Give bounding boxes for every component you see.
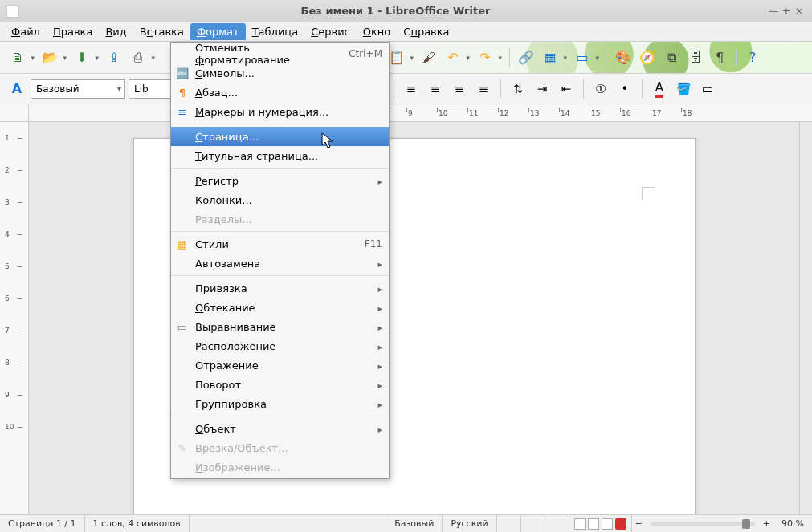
menu-сервис[interactable]: Сервис <box>304 23 357 40</box>
titlebar: Без имени 1 - LibreOffice Writer — + × <box>0 0 812 22</box>
font-color-button[interactable]: A <box>649 79 670 99</box>
menu-item-выравнивание[interactable]: ▭Выравнивание <box>171 317 389 336</box>
menu-item-маркеры-и-нумерация-[interactable]: ≡Маркеры и нумерация... <box>171 102 389 121</box>
menu-справка[interactable]: Справка <box>397 23 455 40</box>
status-page[interactable]: Страница 1 / 1 <box>0 515 85 532</box>
print-button[interactable]: ⎙ <box>127 47 149 69</box>
background-color-button[interactable]: 🪣 <box>673 79 694 99</box>
insert-table-button[interactable]: ▦ <box>539 47 561 69</box>
стили-icon: ▦ <box>174 238 190 250</box>
zoom-slider[interactable] <box>651 522 755 526</box>
separator <box>509 48 510 67</box>
status-wordcount[interactable]: 1 слов, 4 символов <box>85 515 190 532</box>
new-doc-button[interactable]: 🗎 <box>6 47 29 69</box>
menu-item-стили[interactable]: ▦СтилиF11 <box>171 234 389 254</box>
increase-indent-button[interactable]: ⇥ <box>532 79 553 99</box>
submenu-arrow-icon <box>377 359 382 372</box>
close-button[interactable]: × <box>793 5 806 17</box>
insert-row-button[interactable]: ▭ <box>571 47 594 69</box>
ruler-label: 15 <box>591 109 600 117</box>
status-language[interactable]: Русский <box>443 515 496 532</box>
hyperlink-button[interactable]: 🔗 <box>515 47 537 69</box>
decrease-indent-button[interactable]: ⇤ <box>556 79 577 99</box>
data-sources-button[interactable]: 🗄 <box>684 47 707 69</box>
vertical-scrollbar[interactable] <box>799 122 812 514</box>
numbering-button[interactable]: ① <box>590 79 611 99</box>
menu-файл[interactable]: Файл <box>5 23 47 40</box>
menu-item-расположение[interactable]: Расположение <box>171 336 389 355</box>
redo-button[interactable]: ↷ <box>474 47 496 69</box>
menu-item-отражение[interactable]: Отражение <box>171 355 389 375</box>
sidebar-button[interactable]: ⧉ <box>660 47 683 69</box>
status-selection-mode[interactable] <box>521 515 545 532</box>
zoom-in-button[interactable]: + <box>760 515 773 532</box>
document-canvas[interactable] <box>29 122 799 514</box>
menu-shortcut: Ctrl+M <box>349 48 382 59</box>
zoom-slider-thumb[interactable] <box>742 519 750 529</box>
work-area: 12345678910 <box>0 122 812 514</box>
undo-button[interactable]: ↶ <box>442 47 464 69</box>
menu-правка[interactable]: Правка <box>47 23 99 40</box>
menu-item-изображение-: Изображение... <box>171 457 389 477</box>
menu-item-label: Разделы... <box>195 213 382 225</box>
vruler-label: 10 <box>5 423 14 431</box>
menu-вставка[interactable]: Вставка <box>133 23 190 40</box>
align-center-button[interactable]: ≡ <box>425 79 446 99</box>
nonprinting-button[interactable]: ¶ <box>708 47 731 69</box>
menu-таблица[interactable]: Таблица <box>246 23 305 40</box>
menu-item-label: Маркеры и нумерация... <box>195 106 382 118</box>
menu-item-группировка[interactable]: Группировка <box>171 394 389 413</box>
export-pdf-button[interactable]: ⇪ <box>103 47 125 69</box>
view-single-page-button[interactable] <box>574 518 586 530</box>
zoom-value[interactable]: 90 % <box>773 515 812 532</box>
menu-вид[interactable]: Вид <box>99 23 133 40</box>
clone-format-button[interactable]: 🖌 <box>418 47 440 69</box>
apply-style-button[interactable]: A <box>6 79 27 99</box>
menu-item-титульная-страница-[interactable]: Титульная страница... <box>171 146 389 165</box>
status-signature[interactable] <box>545 515 569 532</box>
view-book-icon[interactable] <box>615 518 626 530</box>
help-button[interactable]: ? <box>741 47 764 69</box>
vruler-label: 7 <box>5 327 10 335</box>
bullets-button[interactable]: • <box>614 79 635 99</box>
separator <box>606 48 607 67</box>
status-style[interactable]: Базовый <box>386 515 443 532</box>
maximize-button[interactable]: + <box>780 5 793 17</box>
align-justify-button[interactable]: ≡ <box>473 79 494 99</box>
menu-item-label: Врезка/Объект... <box>195 442 382 454</box>
menu-item-label: Регистр <box>195 175 373 187</box>
navigator-button[interactable]: 🧭 <box>636 47 659 69</box>
menu-item-абзац-[interactable]: ¶Абзац... <box>171 83 389 102</box>
paragraph-style-combo[interactable]: Базовый <box>31 79 125 99</box>
line-spacing-button[interactable]: ⇅ <box>508 79 528 99</box>
statusbar: Страница 1 / 1 1 слов, 4 символов Базовы… <box>0 514 812 532</box>
zoom-out-button[interactable]: − <box>632 515 646 532</box>
menu-item-объект[interactable]: Объект <box>171 419 389 438</box>
menu-item-символы-[interactable]: 🔤Символы... <box>171 63 389 83</box>
align-right-button[interactable]: ≡ <box>449 79 470 99</box>
vertical-ruler[interactable]: 12345678910 <box>0 122 29 514</box>
menu-формат[interactable]: Формат <box>190 23 246 40</box>
menu-item-страница-[interactable]: Страница... <box>171 127 389 146</box>
char-border-button[interactable]: ▭ <box>697 79 718 99</box>
menu-item-врезка-объект-: ✎Врезка/Объект... <box>171 438 389 457</box>
menu-item-колонки-[interactable]: Колонки... <box>171 190 389 209</box>
menu-item-отменить-форматирование[interactable]: Отменить форматированиеCtrl+M <box>171 44 389 63</box>
menu-item-привязка[interactable]: Привязка <box>171 278 389 298</box>
save-button[interactable]: ⬇ <box>71 47 93 69</box>
menu-item-поворот[interactable]: Поворот <box>171 375 389 394</box>
minimize-button[interactable]: — <box>767 5 780 17</box>
view-multi-page-button[interactable] <box>588 518 599 530</box>
menu-item-автозамена[interactable]: Автозамена <box>171 254 389 273</box>
separator <box>500 79 501 99</box>
open-button[interactable]: 📂 <box>39 47 61 69</box>
menu-item-регистр[interactable]: Регистр <box>171 171 389 190</box>
menu-item-обтекание[interactable]: Обтекание <box>171 298 389 317</box>
view-book-button[interactable] <box>602 518 613 530</box>
align-left-button[interactable]: ≡ <box>401 79 422 99</box>
menu-shortcut: F11 <box>365 238 382 250</box>
gallery-button[interactable]: 🎨 <box>612 47 635 69</box>
menu-окно[interactable]: Окно <box>357 23 398 40</box>
status-insert-mode[interactable] <box>497 515 521 532</box>
hruler[interactable]: 9101112131415161718 <box>29 104 812 121</box>
